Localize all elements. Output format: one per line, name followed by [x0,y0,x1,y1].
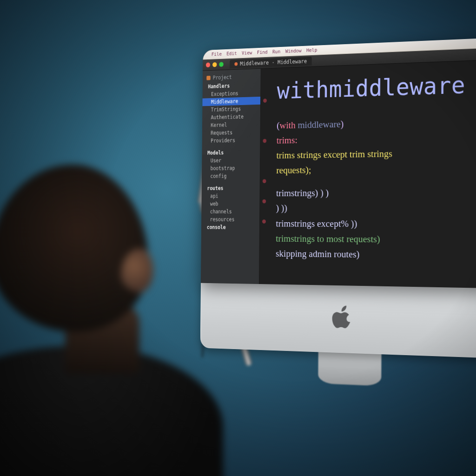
code-line[interactable]: trimstrings) ) ) [276,184,476,201]
menu-item[interactable]: Run [272,49,280,55]
menu-item[interactable]: Window [285,48,302,54]
code-heading: withmiddleware [277,70,476,104]
maximize-icon[interactable] [219,62,223,67]
sidebar-item[interactable]: api [202,192,260,200]
editor-gutter [259,78,271,284]
tab-label: Middleware · Middleware [240,58,307,67]
code-line[interactable]: trims strings except trim strings [277,144,476,163]
folder-icon [206,76,210,80]
menu-item[interactable]: File [212,51,222,57]
apple-logo-icon [331,303,353,331]
code-line[interactable]: skipping admin routes) [276,246,476,264]
sidebar-item[interactable]: console [201,223,259,231]
menu-item[interactable]: Edit [226,51,237,57]
menu-item[interactable]: Help [306,47,317,53]
code-line[interactable]: trimstrings except% )) [276,216,476,231]
code-line[interactable]: ) )) [276,200,476,216]
sidebar-item[interactable]: Models [202,148,260,157]
editor-tab[interactable]: Middleware · Middleware [230,56,312,68]
project-sidebar[interactable]: Project HandlersExceptionsMiddlewareTrim… [201,69,261,284]
code-line[interactable]: requests); [276,160,476,178]
imac-computer: File Edit View Find Run Window Help Midd… [200,38,476,391]
sidebar-item[interactable]: User [202,156,260,165]
code-line[interactable]: trimstrings to most requests) [276,231,476,248]
menu-item[interactable]: View [242,50,252,56]
close-icon[interactable] [206,62,210,67]
minimize-icon[interactable] [212,62,217,67]
file-type-icon [234,62,238,66]
sidebar-item[interactable]: routes [202,184,260,192]
menu-item[interactable]: Find [257,49,268,55]
code-editor[interactable]: withmiddleware (with middleware)trims: t… [259,60,476,288]
ide-window: File Edit View Find Run Window Help Midd… [201,38,476,288]
sidebar-item[interactable]: resources [201,216,259,224]
imac-chin [200,278,476,358]
sidebar-item[interactable]: bootstrap [202,164,260,172]
sidebar-item[interactable]: config [202,172,260,180]
sidebar-item[interactable]: web [201,200,259,208]
sidebar-item[interactable]: channels [201,208,259,216]
